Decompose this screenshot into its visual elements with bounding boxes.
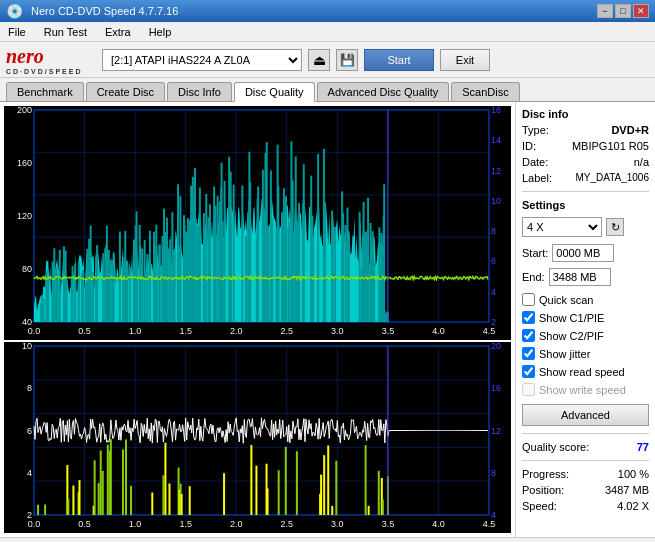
save-icon[interactable]: 💾 [336,49,358,71]
tab-disc-quality[interactable]: Disc Quality [234,82,315,102]
type-label: Type: [522,124,549,136]
tab-benchmark[interactable]: Benchmark [6,82,84,101]
chart2-canvas [4,342,511,533]
menu-run-test[interactable]: Run Test [40,25,91,39]
end-mb-label: End: [522,271,545,283]
speed-value: 4.02 X [617,500,649,512]
drive-select[interactable]: [2:1] ATAPI iHAS224 A ZL0A [102,49,302,71]
right-panel: Disc info Type: DVD+R ID: MBIPG101 R05 D… [515,102,655,537]
type-value: DVD+R [611,124,649,136]
chart1-wrapper [4,106,511,340]
show-jitter-label: Show jitter [539,348,590,360]
main-content: Disc info Type: DVD+R ID: MBIPG101 R05 D… [0,101,655,537]
id-label: ID: [522,140,536,152]
show-write-speed-checkbox[interactable] [522,383,535,396]
disc-label-value: MY_DATA_1006 [575,172,649,184]
charts-area [0,102,515,537]
nero-logo: nero CD·DVD/SPEED [6,45,96,75]
start-mb-input[interactable] [552,244,614,262]
tabs-bar: Benchmark Create Disc Disc Info Disc Qua… [0,78,655,101]
minimize-button[interactable]: − [597,4,613,18]
end-mb-input[interactable] [549,268,611,286]
settings-title: Settings [522,199,649,211]
stats-bar: PI Errors Average: 48.27 Maximum: 137 To… [0,537,655,542]
quick-scan-checkbox[interactable] [522,293,535,306]
exit-button[interactable]: Exit [440,49,490,71]
menu-bar: File Run Test Extra Help [0,22,655,42]
speed-label: Speed: [522,500,557,512]
toolbar: nero CD·DVD/SPEED [2:1] ATAPI iHAS224 A … [0,42,655,78]
show-c2pif-label: Show C2/PIF [539,330,604,342]
tab-disc-info[interactable]: Disc Info [167,82,232,101]
show-read-speed-checkbox[interactable] [522,365,535,378]
show-c1pie-label: Show C1/PIE [539,312,604,324]
position-label: Position: [522,484,564,496]
disc-info-title: Disc info [522,108,649,120]
date-value: n/a [634,156,649,168]
quality-score-label: Quality score: [522,441,589,453]
show-c1pie-checkbox[interactable] [522,311,535,324]
show-write-speed-label: Show write speed [539,384,626,396]
speed-select[interactable]: 4 X [522,217,602,237]
tab-advanced-disc-quality[interactable]: Advanced Disc Quality [317,82,450,101]
chart1-canvas [4,106,511,340]
title-bar: 💿 Nero CD-DVD Speed 4.7.7.16 − □ ✕ [0,0,655,22]
show-jitter-checkbox[interactable] [522,347,535,360]
tab-create-disc[interactable]: Create Disc [86,82,165,101]
show-c2pif-checkbox[interactable] [522,329,535,342]
divider-2 [522,433,649,434]
quality-score-value: 77 [637,441,649,453]
close-button[interactable]: ✕ [633,4,649,18]
start-mb-label: Start: [522,247,548,259]
divider-1 [522,191,649,192]
advanced-button[interactable]: Advanced [522,404,649,426]
menu-file[interactable]: File [4,25,30,39]
refresh-icon[interactable]: ↻ [606,218,624,236]
progress-label: Progress: [522,468,569,480]
start-button[interactable]: Start [364,49,434,71]
tab-scan-disc[interactable]: ScanDisc [451,82,519,101]
eject-icon[interactable]: ⏏ [308,49,330,71]
chart2-wrapper [4,342,511,533]
menu-extra[interactable]: Extra [101,25,135,39]
position-value: 3487 MB [605,484,649,496]
nero-logo-text: nero [6,45,96,68]
divider-3 [522,460,649,461]
disc-label-label: Label: [522,172,552,184]
quick-scan-label: Quick scan [539,294,593,306]
date-label: Date: [522,156,548,168]
show-read-speed-label: Show read speed [539,366,625,378]
maximize-button[interactable]: □ [615,4,631,18]
id-value: MBIPG101 R05 [572,140,649,152]
menu-help[interactable]: Help [145,25,176,39]
title-bar-title: Nero CD-DVD Speed 4.7.7.16 [31,5,178,17]
nero-sub-text: CD·DVD/SPEED [6,68,96,75]
progress-value: 100 % [618,468,649,480]
